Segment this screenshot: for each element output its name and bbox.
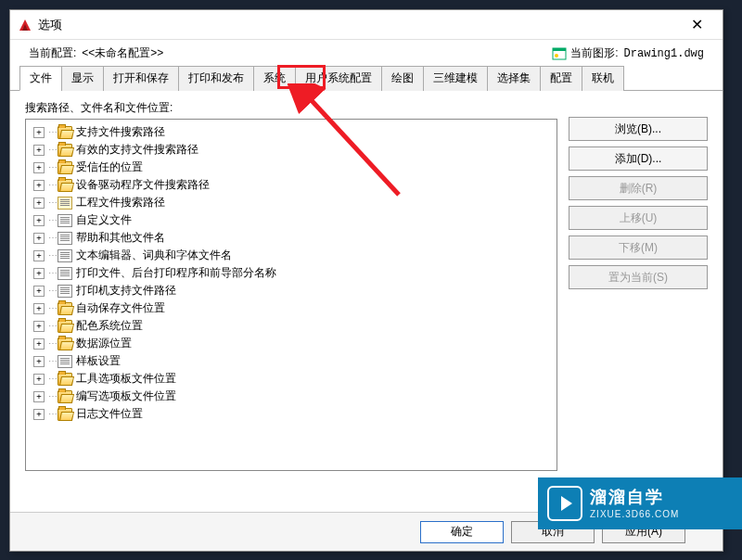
tree-connector: ⋯ [48,321,56,331]
tree-connector: ⋯ [48,338,56,349]
tree-view[interactable]: +⋯支持文件搜索路径+⋯有效的支持文件搜索路径+⋯受信任的位置+⋯设备驱动程序文… [25,119,557,471]
add-button[interactable]: 添加(D)... [569,146,708,171]
tab-strip: 文件 显示 打开和保存 打印和发布 系统 用户系统配置 绘图 三维建模 选择集 … [10,65,723,91]
folder-open-icon [58,408,72,421]
expander-icon[interactable]: + [33,321,45,332]
tree-item[interactable]: +⋯打印文件、后台打印程序和前导部分名称 [28,264,555,282]
tree-item-label: 有效的支持文件搜索路径 [76,142,198,158]
expander-icon[interactable]: + [33,286,45,297]
tree-item[interactable]: +⋯数据源位置 [28,335,555,352]
tab-label: 配置 [550,71,572,84]
tree-connector: ⋯ [48,215,56,225]
tab-system[interactable]: 系统 [253,66,296,91]
folder-open-icon [58,337,72,350]
document-icon [58,249,72,262]
expander-icon[interactable]: + [33,409,45,420]
expander-icon[interactable]: + [33,162,45,173]
moveup-button[interactable]: 上移(U) [569,206,708,230]
tab-open-save[interactable]: 打开和保存 [103,66,179,91]
tab-print-publish[interactable]: 打印和发布 [178,66,254,91]
current-drawing-label: 当前图形: [570,45,618,61]
tree-connector: ⋯ [48,409,56,419]
tree-item-label: 自动保存文件位置 [76,300,165,316]
tab-label: 用户系统配置 [305,71,372,84]
tab-user-prefs[interactable]: 用户系统配置 [295,66,382,91]
tree-item[interactable]: +⋯支持文件搜索路径 [28,123,555,141]
expander-icon[interactable]: + [33,374,45,385]
tab-3d-modeling[interactable]: 三维建模 [423,66,488,91]
tree-item-label: 自定义文件 [76,212,132,228]
expander-icon[interactable]: + [33,215,45,226]
tree-item[interactable]: +⋯日志文件位置 [28,405,555,423]
expander-icon[interactable]: + [33,268,45,279]
svg-point-4 [555,54,558,57]
tree-item[interactable]: +⋯样板设置 [28,352,555,370]
tree-label: 搜索路径、文件名和文件位置: [25,100,557,116]
tree-item[interactable]: +⋯自定义文件 [28,211,555,229]
tab-profiles[interactable]: 配置 [540,66,582,91]
tree-item[interactable]: +⋯打印机支持文件路径 [28,282,555,299]
tab-files[interactable]: 文件 [19,66,62,91]
tab-display[interactable]: 显示 [61,66,104,91]
expander-icon[interactable]: + [33,338,45,350]
movedown-button[interactable]: 下移(M) [569,235,708,260]
expander-icon[interactable]: + [33,145,45,156]
tree-item-label: 数据源位置 [76,336,132,351]
tree-item[interactable]: +⋯有效的支持文件搜索路径 [28,141,555,159]
folder-open-icon [58,373,72,386]
expander-icon[interactable]: + [33,250,45,261]
tree-item[interactable]: +⋯配色系统位置 [28,317,555,335]
tree-item-label: 帮助和其他文件名 [76,230,165,246]
tree-connector: ⋯ [48,145,56,155]
tree-connector: ⋯ [48,303,56,313]
tab-label: 绘图 [391,71,414,84]
tree-item-label: 支持文件搜索路径 [76,124,165,140]
header-row: 当前配置: <<未命名配置>> 当前图形: Drawing1.dwg [10,40,723,65]
expander-icon[interactable]: + [33,180,45,191]
tree-connector: ⋯ [48,233,56,243]
expander-icon[interactable]: + [33,303,45,314]
expander-icon[interactable]: + [33,356,45,367]
app-icon [18,18,32,32]
tree-connector: ⋯ [48,197,56,208]
expander-icon[interactable]: + [33,197,45,209]
expander-icon[interactable]: + [33,391,45,402]
tab-label: 显示 [71,71,94,84]
tree-connector: ⋯ [48,180,56,190]
current-config-value: <<未命名配置>> [82,45,163,61]
expander-icon[interactable]: + [33,127,45,138]
tree-item[interactable]: +⋯帮助和其他文件名 [28,229,555,247]
tree-item[interactable]: +⋯受信任的位置 [28,159,555,176]
tree-connector: ⋯ [48,391,56,401]
tab-selection[interactable]: 选择集 [487,66,541,91]
tab-label: 打开和保存 [113,71,169,84]
watermark-main: 溜溜自学 [590,487,679,508]
ok-button[interactable]: 确定 [420,521,504,543]
tree-item[interactable]: +⋯自动保存文件位置 [28,299,555,317]
setcurrent-button[interactable]: 置为当前(S) [569,265,708,289]
tree-connector: ⋯ [48,127,56,137]
tree-item[interactable]: +⋯工具选项板文件位置 [28,370,555,388]
tree-item[interactable]: +⋯设备驱动程序文件搜索路径 [28,176,555,194]
folder-open-icon [58,161,72,174]
current-config-label: 当前配置: [29,45,76,61]
watermark: 溜溜自学 ZIXUE.3D66.COM [538,477,742,529]
tree-connector: ⋯ [48,268,56,278]
expander-icon[interactable]: + [33,233,45,244]
tree-item[interactable]: +⋯工程文件搜索路径 [28,194,555,211]
tree-item[interactable]: +⋯编写选项板文件位置 [28,388,555,405]
options-dialog: 选项 ✕ 当前配置: <<未命名配置>> 当前图形: Drawing1.dwg … [9,9,723,552]
tree-item-label: 打印文件、后台打印程序和前导部分名称 [76,265,276,281]
close-button[interactable]: ✕ [678,12,715,38]
browse-button[interactable]: 浏览(B)... [569,117,708,141]
tree-item[interactable]: +⋯文本编辑器、词典和字体文件名 [28,247,555,264]
tree-connector: ⋯ [48,162,56,172]
document-icon [58,232,72,245]
document-icon [58,267,72,280]
tab-online[interactable]: 联机 [582,66,624,91]
tree-item-label: 样板设置 [76,353,121,369]
folder-open-icon [58,144,72,157]
tab-drafting[interactable]: 绘图 [381,66,424,91]
delete-button[interactable]: 删除(R) [569,176,708,200]
tab-label: 联机 [592,71,614,84]
